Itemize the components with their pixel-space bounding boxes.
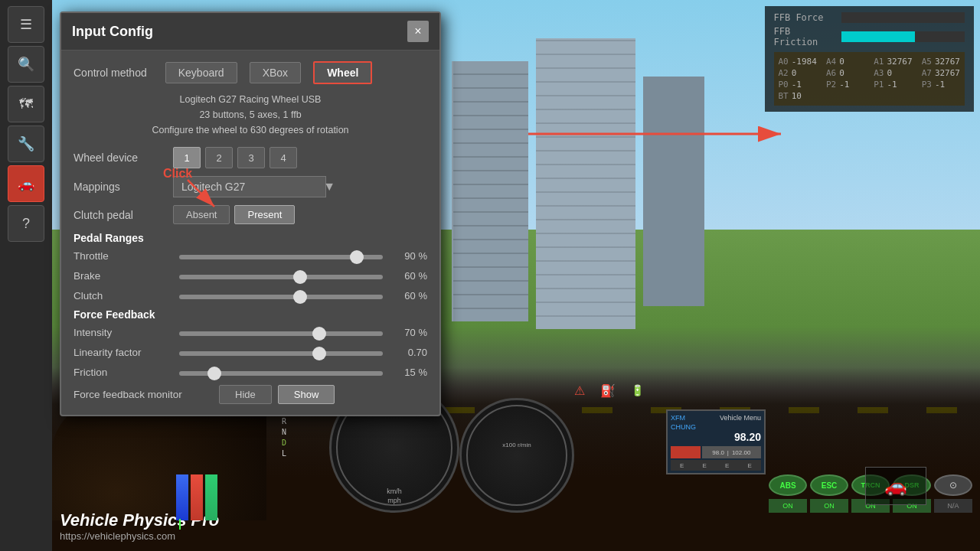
esc-btn: ESC: [810, 474, 848, 496]
rpm-gauge: x100 r/min: [459, 398, 574, 513]
ffb-friction-fill: [841, 31, 916, 42]
map-icon: 🗺: [19, 96, 33, 112]
wheel-device-row: Wheel device 1 2 3 4: [74, 147, 427, 168]
pedal-ranges-heading: Pedal Ranges: [74, 232, 427, 244]
info-screen: XFMVehicle Menu CHUNG 98.20 98.0|102.00 …: [666, 409, 766, 474]
building-3: [643, 77, 704, 306]
abs-btn: ABS: [769, 474, 807, 496]
monitor-show-btn[interactable]: Show: [278, 385, 335, 404]
speedo-unit2: mph: [387, 497, 401, 504]
friction-slider[interactable]: [179, 371, 383, 376]
wheel-device-btn-4[interactable]: 4: [270, 147, 297, 168]
color-bar-green: [205, 474, 217, 520]
clutch-slider[interactable]: [179, 295, 383, 299]
hud-data-a0: A0-1984: [779, 57, 817, 67]
clutch-pedal-label: Clutch pedal: [74, 209, 173, 221]
dialog-titlebar: Input Config ×: [61, 13, 439, 51]
search-icon: 🔍: [18, 56, 34, 73]
sidebar-item-help[interactable]: ?: [8, 205, 44, 242]
color-bar-blue: [176, 474, 188, 520]
hud-data-empty: [826, 91, 864, 101]
ffb-force-row: FFB Force: [774, 12, 965, 23]
brake-value: 60 %: [389, 270, 427, 282]
clutch-pedal-row: Clutch pedal Absent Present: [74, 205, 427, 224]
sidebar-item-tools[interactable]: 🔧: [8, 126, 44, 162]
on-1: ON: [769, 499, 807, 513]
monitor-row: Force feedback monitor Hide Show: [74, 385, 427, 404]
throttle-slider[interactable]: [179, 255, 383, 259]
building-2: [536, 38, 635, 329]
car-icon: 🚗: [18, 175, 34, 192]
hud-data-a4: A40: [826, 57, 864, 67]
tools-icon: 🔧: [18, 135, 34, 152]
wheel-device-btn-2[interactable]: 2: [205, 147, 233, 168]
hud-data-p1: P1-1: [874, 80, 912, 90]
monitor-buttons: Hide Show: [219, 385, 335, 404]
clutch-value: 60 %: [389, 290, 427, 302]
intensity-slider-row: Intensity 70 %: [74, 325, 427, 339]
menu-icon: ☰: [20, 16, 32, 33]
monitor-hide-btn[interactable]: Hide: [219, 385, 272, 404]
intensity-slider[interactable]: [179, 331, 383, 336]
clutch-slider-label: Clutch: [74, 290, 173, 302]
linearity-slider-container: [179, 345, 383, 359]
hud-data-p0: P0-1: [779, 80, 817, 90]
sidebar-item-search[interactable]: 🔍: [8, 46, 44, 83]
close-button[interactable]: ×: [407, 21, 429, 42]
ffb-force-bar: [841, 12, 965, 23]
friction-label: Friction: [74, 367, 173, 378]
hud-data-grid: A0-1984 A40 A132767 A532767 A20 A60 A30 …: [774, 52, 965, 106]
steer-btn: ⊙: [934, 474, 972, 496]
dialog-title: Input Config: [72, 24, 153, 40]
device-info: Logitech G27 Racing Wheel USB 23 buttons…: [74, 92, 427, 138]
control-method-tabs: Control method Keyboard XBox Wheel: [74, 61, 427, 84]
mappings-select-wrapper: Logitech G27 Generic Custom ▼: [173, 176, 341, 197]
tab-keyboard[interactable]: Keyboard: [165, 62, 237, 83]
mappings-row: Mappings Logitech G27 Generic Custom ▼: [74, 176, 427, 197]
tab-wheel[interactable]: Wheel: [313, 61, 372, 84]
ffb-friction-row: FFB Friction: [774, 26, 965, 47]
clutch-pedal-toggles: Absent Present: [173, 205, 295, 224]
linearity-label: Linearity factor: [74, 347, 173, 358]
brand-url: https://vehiclephysics.com: [60, 530, 219, 542]
friction-slider-row: Friction 15 %: [74, 365, 427, 379]
linearity-slider-row: Linearity factor 0.70: [74, 345, 427, 359]
help-icon: ?: [22, 216, 30, 232]
linearity-slider[interactable]: [179, 351, 383, 356]
clutch-absent-btn[interactable]: Absent: [173, 205, 230, 224]
hud-data-a2: A20: [779, 68, 817, 78]
hud-data-a3: A30: [874, 68, 912, 78]
device-info-line2: 23 buttons, 5 axes, 1 ffb: [74, 107, 427, 122]
car-icon-badge: 🚗: [865, 467, 926, 505]
hud-data-a1: A132767: [874, 57, 912, 67]
building-1: [452, 61, 528, 321]
friction-slider-container: [179, 365, 383, 379]
sidebar-item-map[interactable]: 🗺: [8, 86, 44, 122]
hud-data-a6: A60: [826, 68, 864, 78]
brake-slider-row: Brake 60 %: [74, 269, 427, 282]
mappings-select[interactable]: Logitech G27 Generic Custom: [173, 176, 326, 197]
clutch-slider-row: Clutch 60 %: [74, 289, 427, 302]
tab-xbox[interactable]: XBox: [250, 62, 301, 83]
mappings-label: Mappings: [74, 181, 173, 193]
control-method-label: Control method: [74, 67, 147, 79]
dialog-content: Control method Keyboard XBox Wheel Logit…: [61, 51, 439, 415]
ffb-force-label: FFB Force: [774, 12, 835, 23]
wheel-device-btn-1[interactable]: 1: [173, 147, 201, 168]
intensity-slider-container: [179, 325, 383, 339]
sidebar-item-car[interactable]: 🚗: [8, 165, 44, 202]
device-info-line3: Configure the wheel to 630 degrees of ro…: [74, 122, 427, 138]
brake-slider[interactable]: [179, 275, 383, 279]
force-feedback-heading: Force Feedback: [74, 308, 427, 321]
sidebar-item-menu[interactable]: ☰: [8, 6, 44, 43]
sidebar: ☰ 🔍 🗺 🔧 🚗 ?: [0, 0, 52, 551]
clutch-present-btn[interactable]: Present: [234, 205, 295, 224]
indicator-line: [179, 519, 181, 530]
throttle-slider-container: [179, 249, 383, 262]
wheel-device-btn-3[interactable]: 3: [237, 147, 265, 168]
throttle-label: Throttle: [74, 250, 173, 262]
clutch-slider-container: [179, 289, 383, 302]
brake-label: Brake: [74, 270, 173, 282]
brake-slider-container: [179, 269, 383, 282]
input-config-dialog: Input Config × Control method Keyboard X…: [60, 11, 441, 416]
